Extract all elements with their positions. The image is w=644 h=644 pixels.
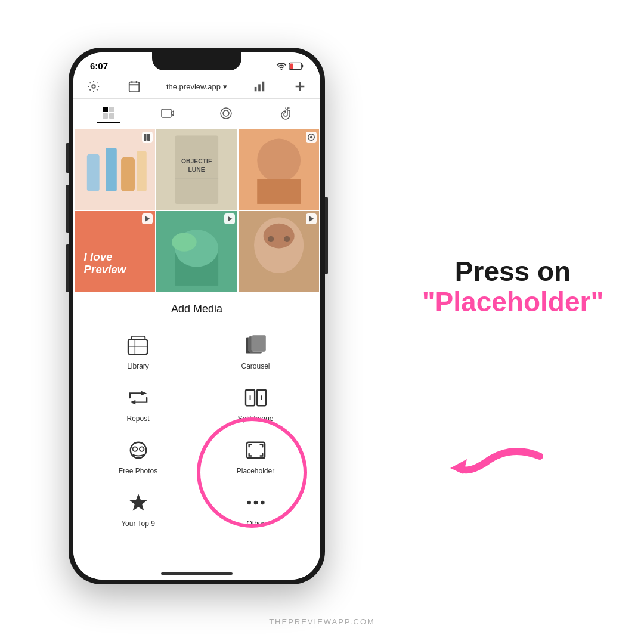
svg-point-52 [284, 236, 290, 242]
svg-point-74 [261, 500, 265, 504]
media-option-placeholder[interactable]: Placeholder [197, 430, 314, 482]
battery-icon [289, 62, 304, 70]
media-option-top9[interactable]: Your Top 9 [79, 482, 197, 535]
svg-marker-42 [145, 216, 150, 222]
svg-point-20 [221, 108, 231, 119]
arrow-pointer [450, 438, 546, 488]
grid-cell-6[interactable] [239, 211, 319, 292]
svg-rect-54 [128, 339, 147, 354]
svg-rect-27 [144, 134, 147, 141]
svg-rect-25 [121, 157, 135, 191]
photo-grid: OBJECTIF LUNE [73, 128, 320, 293]
split-image-label: Split Image [237, 414, 273, 423]
carousel-badge-3 [306, 132, 317, 143]
svg-point-35 [257, 139, 301, 182]
grid-cell-4[interactable]: I love Preview [75, 211, 155, 292]
library-icon [125, 332, 151, 358]
svg-point-69 [139, 447, 144, 451]
svg-rect-14 [103, 107, 108, 112]
url-bar[interactable]: the.preview.app ▾ [166, 82, 227, 91]
repost-icon [125, 385, 151, 411]
status-icons [276, 62, 304, 70]
page: 6:07 [0, 0, 644, 644]
add-media-title: Add Media [79, 303, 314, 315]
svg-text:OBJECTIF: OBJECTIF [181, 158, 212, 165]
media-option-split-image[interactable]: Split Image [197, 377, 314, 430]
add-icon[interactable] [292, 78, 308, 95]
tab-grid[interactable] [97, 104, 120, 123]
svg-rect-23 [87, 154, 100, 191]
svg-rect-60 [252, 335, 266, 351]
svg-point-50 [263, 224, 294, 249]
placeholder-annotation-label: "Placeholder" [417, 287, 608, 317]
library-label: Library [127, 362, 149, 370]
top9-label: Your Top 9 [121, 519, 155, 528]
svg-text:Preview: Preview [84, 263, 127, 275]
wifi-icon [276, 62, 287, 70]
svg-rect-26 [137, 151, 147, 191]
svg-rect-5 [129, 82, 140, 92]
svg-rect-16 [103, 113, 108, 119]
svg-point-73 [253, 500, 258, 504]
svg-rect-3 [290, 63, 293, 69]
grid-cell-3[interactable] [239, 129, 319, 210]
grid-cell-5[interactable] [156, 211, 237, 292]
tab-video[interactable] [156, 104, 179, 123]
status-time: 6:07 [90, 61, 108, 71]
calendar-icon[interactable] [126, 78, 143, 95]
svg-marker-62 [129, 400, 135, 404]
svg-rect-36 [257, 179, 301, 204]
phone-button-vol-down [66, 244, 69, 292]
free-photos-icon [125, 437, 151, 463]
svg-point-72 [247, 500, 251, 504]
svg-point-0 [281, 69, 283, 70]
media-option-library[interactable]: Library [79, 325, 197, 377]
placeholder-icon [243, 437, 269, 463]
star-icon [125, 490, 151, 516]
svg-marker-71 [129, 493, 147, 510]
video-badge-6 [306, 213, 317, 224]
home-indicator [161, 572, 233, 575]
phone-notch [152, 52, 242, 70]
media-options-grid: Library Carousel [79, 325, 314, 535]
svg-point-4 [92, 85, 95, 88]
video-badge-4 [142, 213, 153, 224]
svg-marker-61 [141, 391, 146, 395]
svg-rect-55 [131, 336, 145, 340]
app-toolbar: the.preview.app ▾ [73, 75, 320, 99]
phone-button-power [325, 197, 328, 274]
split-image-icon [243, 385, 269, 411]
phone-screen: 6:07 [73, 52, 320, 580]
svg-text:LUNE: LUNE [188, 166, 205, 173]
settings-icon[interactable] [85, 78, 102, 95]
svg-rect-15 [109, 107, 114, 112]
grid-cell-1[interactable] [75, 129, 155, 210]
svg-rect-11 [262, 82, 265, 92]
annotation-text: Press on "Placeholder" [417, 256, 608, 317]
media-option-free-photos[interactable]: Free Photos [79, 430, 197, 482]
add-media-panel: Add Media [73, 293, 320, 541]
free-photos-label: Free Photos [119, 467, 157, 475]
svg-marker-53 [309, 216, 314, 222]
svg-text:I love: I love [84, 251, 113, 264]
repost-label: Repost [126, 414, 149, 423]
video-badge-5 [224, 213, 235, 224]
tab-tiktok[interactable] [273, 104, 297, 123]
svg-rect-9 [255, 87, 257, 91]
svg-marker-47 [228, 216, 233, 222]
svg-point-38 [310, 136, 313, 139]
other-icon [243, 490, 269, 516]
press-on-label: Press on [417, 256, 608, 287]
tab-stories[interactable] [214, 104, 238, 123]
svg-point-46 [172, 233, 197, 252]
analytics-icon[interactable] [251, 78, 268, 95]
carousel-label: Carousel [241, 362, 270, 370]
grid-cell-2[interactable]: OBJECTIF LUNE [156, 129, 237, 210]
media-option-repost[interactable]: Repost [79, 377, 197, 430]
media-option-carousel[interactable]: Carousel [197, 325, 314, 377]
media-option-other[interactable]: Other [197, 482, 314, 535]
phone-button-mute [66, 143, 69, 173]
svg-rect-28 [147, 134, 150, 141]
svg-rect-17 [109, 113, 114, 119]
phone-frame: 6:07 [69, 48, 325, 584]
